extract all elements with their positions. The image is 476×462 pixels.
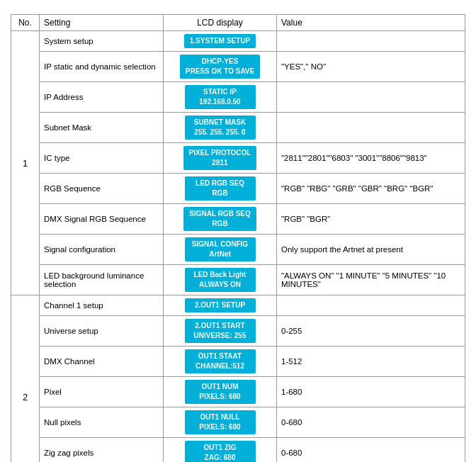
lcd-button: LED RGB SEQRGB (185, 176, 256, 201)
table-row: Zig zag pixelsOUT1 ZIGZAG: 6800-680 (11, 438, 465, 463)
lcd-display: LED Back LightALWAYS ON (164, 265, 277, 295)
table-row: 2Channel 1 setup2.OUT1 SETUP (11, 295, 465, 316)
lcd-button: STATIC IP192.168.0.50 (185, 85, 256, 109)
lcd-button: 1.SYSTEM SETUP (184, 34, 256, 48)
setting-name: Subnet Mask (40, 113, 164, 143)
setting-name: Zig zag pixels (40, 438, 164, 463)
table-row: DMX Signal RGB SequenceSIGNAL RGB SEQRGB… (11, 204, 465, 235)
table-row: LED background luminance selectionLED Ba… (11, 265, 465, 295)
setting-name: Signal configuration (40, 235, 164, 265)
lcd-button: OUT1 ZIGZAG: 680 (185, 441, 256, 462)
value-cell: "ALWAYS ON" "1 MINUTE" "5 MINUTES" "10 M… (277, 265, 465, 295)
lcd-display: 2.OUT1 SETUP (164, 295, 277, 316)
lcd-display: PIXEL PROTOCOL2811 (164, 143, 277, 174)
setting-name: DMX Signal RGB Sequence (40, 204, 164, 235)
lcd-button: SUBNET MASK255. 255. 255. 0 (185, 116, 256, 140)
value-cell: 0-680 (277, 407, 465, 438)
lcd-button: OUT1 STAATCHANNEL:512 (185, 349, 256, 373)
setting-name: Channel 1 setup (40, 295, 164, 316)
lcd-display: OUT1 NULLPIXELS: 680 (164, 407, 277, 438)
setting-name: Universe setup (40, 316, 164, 346)
header-lcd: LCD display (164, 15, 277, 31)
setting-name: IC type (40, 143, 164, 174)
table-row: Universe setup2.OUT1 STARTUNIVERSE: 2550… (11, 316, 465, 346)
value-cell: "RGB" "RBG" "GRB" "GBR" "BRG" "BGR" (277, 174, 465, 204)
table-row: PixelOUT1 NUMPIXELS: 6801-680 (11, 377, 465, 407)
lcd-button: 2.OUT1 STARTUNIVERSE: 255 (185, 319, 256, 343)
table-row: RGB SequenceLED RGB SEQRGB"RGB" "RBG" "G… (11, 174, 465, 204)
setting-name: DMX Channel (40, 346, 164, 377)
table-row: IP static and dynamic selectionDHCP-YESP… (11, 52, 465, 82)
group-number: 2 (11, 295, 40, 463)
setting-name: IP static and dynamic selection (40, 52, 164, 82)
lcd-display: OUT1 ZIGZAG: 680 (164, 438, 277, 463)
table-row: DMX ChannelOUT1 STAATCHANNEL:5121-512 (11, 346, 465, 377)
lcd-button: SIGNAL RGB SEQRGB (183, 207, 256, 231)
setting-name: Pixel (40, 377, 164, 407)
setting-name: IP Address (40, 82, 164, 113)
table-row: Subnet MaskSUBNET MASK255. 255. 255. 0 (11, 113, 465, 143)
lcd-display: LED RGB SEQRGB (164, 174, 277, 204)
lcd-button: SIGNAL CONFIGArtNet (185, 237, 256, 261)
lcd-display: SUBNET MASK255. 255. 255. 0 (164, 113, 277, 143)
setting-name: System setup (40, 31, 164, 52)
lcd-button: PIXEL PROTOCOL2811 (183, 146, 257, 170)
table-row: Null pixelsOUT1 NULLPIXELS: 6800-680 (11, 407, 465, 438)
value-cell (277, 295, 465, 316)
setting-name: Null pixels (40, 407, 164, 438)
parameter-table: No. Setting LCD display Value 1System se… (11, 14, 465, 462)
value-cell (277, 31, 465, 52)
setting-name: LED background luminance selection (40, 265, 164, 295)
value-cell: "YES"," NO" (277, 52, 465, 82)
header-no: No. (11, 15, 40, 31)
value-cell: Only support the Artnet at present (277, 235, 465, 265)
lcd-button: 2.OUT1 SETUP (185, 298, 256, 312)
table-row: IC typePIXEL PROTOCOL2811"2811""2801""68… (11, 143, 465, 174)
value-cell (277, 113, 465, 143)
lcd-button: OUT1 NULLPIXELS: 680 (185, 410, 256, 434)
page: No. Setting LCD display Value 1System se… (0, 0, 476, 462)
value-cell: 0-680 (277, 438, 465, 463)
header-value: Value (277, 15, 465, 31)
value-cell: 1-680 (277, 377, 465, 407)
lcd-display: 2.OUT1 STARTUNIVERSE: 255 (164, 316, 277, 346)
value-cell: 1-512 (277, 346, 465, 377)
value-cell (277, 82, 465, 113)
value-cell: 0-255 (277, 316, 465, 346)
lcd-button: OUT1 NUMPIXELS: 680 (185, 380, 256, 404)
header-setting: Setting (40, 15, 164, 31)
lcd-display: 1.SYSTEM SETUP (164, 31, 277, 52)
lcd-display: DHCP-YESPRESS OK TO SAVE (164, 52, 277, 82)
lcd-button: DHCP-YESPRESS OK TO SAVE (180, 55, 260, 79)
table-row: Signal configurationSIGNAL CONFIGArtNetO… (11, 235, 465, 265)
lcd-display: OUT1 NUMPIXELS: 680 (164, 377, 277, 407)
table-row: 1System setup1.SYSTEM SETUP (11, 31, 465, 52)
group-number: 1 (11, 31, 40, 295)
lcd-button: LED Back LightALWAYS ON (185, 268, 256, 292)
setting-name: RGB Sequence (40, 174, 164, 204)
lcd-display: OUT1 STAATCHANNEL:512 (164, 346, 277, 377)
lcd-display: SIGNAL CONFIGArtNet (164, 235, 277, 265)
table-row: IP AddressSTATIC IP192.168.0.50 (11, 82, 465, 113)
lcd-display: STATIC IP192.168.0.50 (164, 82, 277, 113)
value-cell: "RGB" "BGR" (277, 204, 465, 235)
lcd-display: SIGNAL RGB SEQRGB (164, 204, 277, 235)
value-cell: "2811""2801""6803" "3001""8806""9813" (277, 143, 465, 174)
